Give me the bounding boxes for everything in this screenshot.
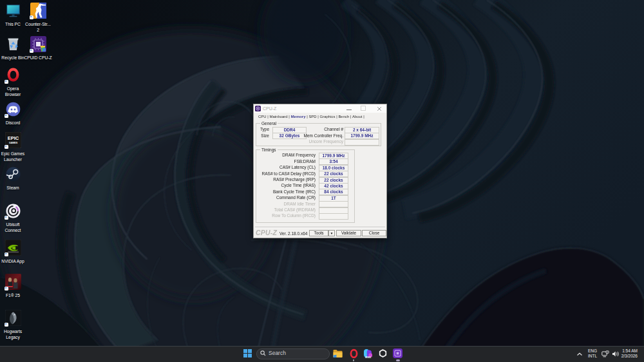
svg-text:M365: M365 xyxy=(365,356,371,359)
svg-text:GAMES: GAMES xyxy=(8,142,17,144)
svg-text:EPIC: EPIC xyxy=(7,135,19,141)
